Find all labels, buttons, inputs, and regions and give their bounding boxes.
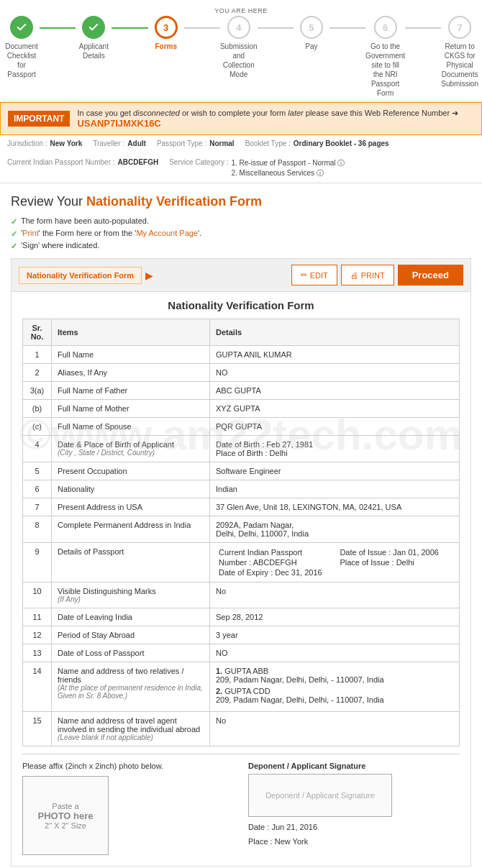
photo-box: Paste a PHOTO here 2" X 2" Size (22, 776, 109, 855)
table-cell-item: Nationality (52, 480, 210, 498)
table-cell-detail: Sep 28, 2012 (210, 608, 460, 626)
table-cell-detail: No (210, 583, 460, 608)
table-cell-detail: 2092A, Padam Nagar,Delhi, Delhi, 110007,… (210, 516, 460, 543)
date-expiry-cell: Date of Expiry : Dec 31, 2016 (216, 567, 337, 577)
checklist-text-3: 'Sign' where indicated. (21, 241, 99, 250)
step-6-circle: 6 (374, 16, 397, 39)
print-link[interactable]: Print (22, 229, 39, 237)
form-nav-label[interactable]: Nationality Verification Form (19, 267, 142, 284)
table-cell-sr: 2 (23, 364, 52, 382)
info-passport-type: Passport Type : Normal (157, 140, 235, 147)
step-6[interactable]: 6 Go to the Government site to fill the … (365, 16, 405, 98)
step-2-circle (82, 16, 105, 39)
table-cell-item: Complete Permanent Address in India (52, 516, 210, 543)
table-cell-sr: 4 (23, 436, 52, 462)
table-cell-item: Date & Place of Birth of Applicant(City … (52, 436, 210, 462)
table-cell-item: Present Address in USA (52, 498, 210, 516)
page-title-highlight: Nationality Verification Form (86, 194, 262, 209)
table-cell-detail: ABC GUPTA (210, 382, 460, 400)
form-table-wrapper: Nationality Verification Form Sr. No. It… (12, 292, 470, 866)
jurisdiction-label: Jurisdiction : (7, 140, 47, 147)
edit-button-top[interactable]: ✏ EDIT (291, 265, 337, 285)
table-row: 4Date & Place of Birth of Applicant(City… (23, 436, 460, 462)
table-row: 6NationalityIndian (23, 480, 460, 498)
jurisdiction-value: New York (50, 140, 83, 147)
sig-place: Place : New York (248, 837, 460, 846)
table-row: 11Date of Leaving IndiaSep 28, 2012 (23, 608, 460, 626)
progress-steps: Document Checklist for Passport Applican… (4, 16, 478, 98)
table-cell-sr: 8 (23, 516, 52, 543)
table-cell-sr: 13 (23, 644, 52, 662)
connector-6-7 (405, 27, 441, 29)
step-5-circle: 5 (300, 16, 323, 39)
table-cell-detail: GUPTA ANIL KUMAR (210, 346, 460, 364)
important-banner: IMPORTANT In case you get disconnected o… (0, 102, 482, 135)
connector-5-6 (329, 27, 365, 29)
table-cell-item: Aliases, If Any (52, 364, 210, 382)
step-1[interactable]: Document Checklist for Passport (4, 16, 40, 79)
step-7[interactable]: 7 Return to CKGS for Physical Documents … (441, 16, 478, 88)
proceed-button-top[interactable]: Proceed (398, 265, 463, 285)
form-nav: Nationality Verification Form ▶ ✏ EDIT 🖨… (12, 259, 470, 292)
step-3-circle: 3 (155, 16, 178, 39)
step-6-label: Go to the Government site to fill the NR… (365, 42, 405, 98)
step-2[interactable]: Applicant Details (76, 16, 112, 60)
important-label: IMPORTANT (8, 111, 70, 127)
passport-type-cell: Current Indian Passport (216, 547, 337, 557)
table-row: 7Present Address in USA37 Glen Ave, Unit… (23, 498, 460, 516)
sig-place-label: Place : (248, 837, 275, 846)
main-content: Review Your Nationality Verification For… (0, 183, 482, 868)
sig-box: Deponent / Applicant Signature (248, 774, 392, 817)
table-cell-sr: (c) (23, 418, 52, 436)
form-nav-left: Nationality Verification Form ▶ (19, 267, 153, 284)
table-cell-item: Details of Passport (52, 543, 210, 583)
affix-label: Please affix (2inch x 2inch) photo below… (22, 762, 234, 770)
page-title: Review Your Nationality Verification For… (11, 194, 471, 209)
relative-item: 2. GUPTA CDD209, Padam Nagar, Delhi, Del… (216, 687, 453, 704)
table-cell-item: Name and address of two relatives / frie… (52, 662, 210, 712)
col-header-sr: Sr. No. (23, 319, 52, 346)
step-5-label: Pay (305, 42, 317, 51)
edit-icon: ✏ (301, 270, 307, 280)
table-cell-item: Full Name (52, 346, 210, 364)
step-4[interactable]: 4 Submission and Collection Mode (220, 16, 258, 79)
table-row: 14Name and address of two relatives / fr… (23, 662, 460, 712)
table-cell-item: Full Name of Spouse (52, 418, 210, 436)
step-3[interactable]: 3 Forms (148, 16, 184, 51)
form-actions-top: ✏ EDIT 🖨 PRINT Proceed (291, 265, 463, 285)
info-booklet-type: Booklet Type : Ordinary Booklet - 36 pag… (245, 140, 389, 147)
passport-type-label: Passport Type : (157, 140, 206, 147)
table-cell-sr: 5 (23, 462, 52, 480)
item-note: (City , State / District, Country) (58, 449, 204, 457)
print-button-top[interactable]: 🖨 PRINT (341, 265, 394, 285)
info-service-category: Service Category : 1. Re-issue of Passpo… (169, 158, 345, 178)
table-row: 5Present OccupationSoftware Engineer (23, 462, 460, 480)
form-section: Nationality Verification Form ▶ ✏ EDIT 🖨… (11, 258, 471, 867)
item-note: (At the place of permanent residence in … (58, 684, 204, 700)
you-are-here-label: YOU ARE HERE (4, 7, 478, 14)
passport-type-value: Normal (209, 140, 234, 147)
table-cell-item: Present Occupation (52, 462, 210, 480)
table-cell-detail: PQR GUPTA (210, 418, 460, 436)
form-table-title: Nationality Verification Form (22, 299, 460, 311)
sig-place-value: New York (275, 837, 308, 846)
table-cell-sr: 6 (23, 480, 52, 498)
table-cell-detail: No (210, 712, 460, 746)
table-cell-sr: 10 (23, 583, 52, 608)
step-5[interactable]: 5 Pay (294, 16, 329, 51)
current-passport-label: Current Indian Passport Number : (7, 158, 115, 178)
table-cell-item: Visible Distinguishing Marks(If Any) (52, 583, 210, 608)
check-icon-3: ✓ (11, 242, 17, 251)
table-row: 8Complete Permanent Address in India2092… (23, 516, 460, 543)
passport-number-cell: Number : ABCDEFGH (216, 557, 337, 567)
table-cell-detail: Software Engineer (210, 462, 460, 480)
paste-line1: Paste a (52, 802, 78, 810)
table-cell-detail: Current Indian Passport Date of Issue : … (210, 543, 460, 583)
item-note: (If Any) (58, 595, 204, 603)
traveller-label: Traveller : (93, 140, 124, 147)
step-7-circle: 7 (448, 16, 471, 39)
checklist-text-2: 'Print' the Form here or from the 'My Ac… (21, 229, 201, 237)
check-icon-1: ✓ (11, 217, 17, 227)
table-row: 15Name and address of travel agent invol… (23, 712, 460, 746)
my-account-link[interactable]: My Account Page (136, 229, 198, 237)
